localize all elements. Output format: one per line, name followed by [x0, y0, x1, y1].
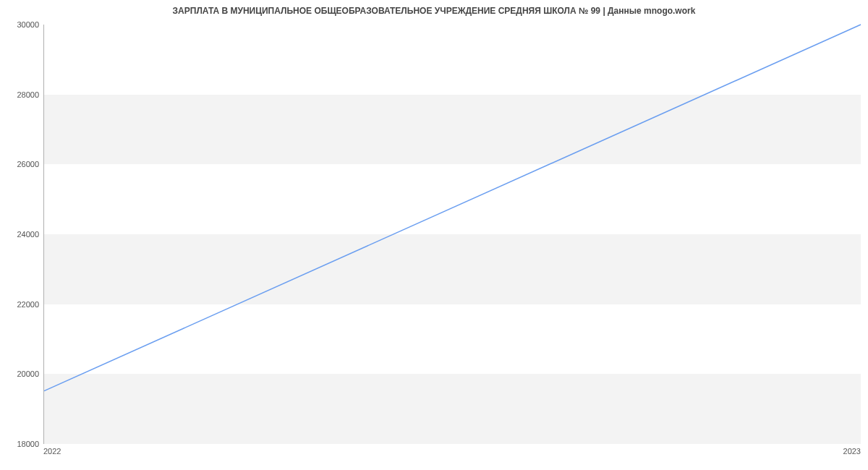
x-tick-label: 2023 [843, 447, 861, 456]
line-svg [44, 25, 861, 443]
y-tick-label: 30000 [3, 20, 39, 29]
y-tick-label: 28000 [3, 90, 39, 99]
series-line [44, 25, 861, 391]
chart-container: ЗАРПЛАТА В МУНИЦИПАЛЬНОЕ ОБЩЕОБРАЗОВАТЕЛ… [0, 0, 868, 470]
y-tick-label: 22000 [3, 300, 39, 309]
x-tick-label: 2022 [43, 447, 61, 456]
y-tick-label: 26000 [3, 160, 39, 168]
chart-title: ЗАРПЛАТА В МУНИЦИПАЛЬНОЕ ОБЩЕОБРАЗОВАТЕЛ… [0, 6, 868, 16]
y-tick-label: 18000 [3, 440, 39, 448]
plot-area [43, 25, 861, 444]
y-tick-label: 24000 [3, 230, 39, 239]
y-tick-label: 20000 [3, 369, 39, 378]
